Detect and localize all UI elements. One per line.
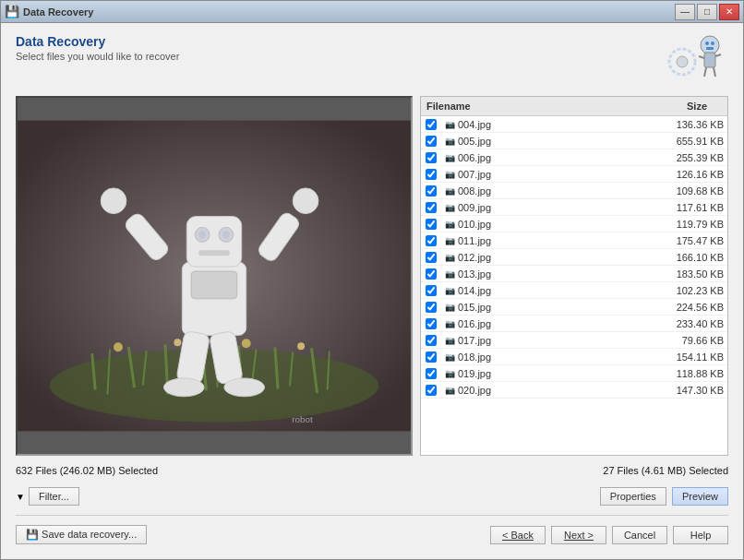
filter-button[interactable]: Filter...: [29, 487, 79, 506]
file-row: 📷012.jpg166.10 KB: [421, 249, 727, 266]
file-type-icon: 📷: [441, 268, 458, 280]
close-button[interactable]: ✕: [719, 4, 739, 20]
file-row: 📷006.jpg255.39 KB: [421, 149, 727, 166]
header-logo: [664, 34, 728, 85]
file-row: 📷008.jpg109.68 KB: [421, 183, 727, 199]
file-row: 📷019.jpg118.88 KB: [421, 365, 727, 382]
file-checkbox-cell: [421, 302, 441, 313]
file-checkbox[interactable]: [426, 169, 437, 180]
svg-rect-1: [704, 53, 715, 67]
svg-rect-33: [191, 271, 237, 299]
file-name: 014.jpg: [458, 285, 655, 296]
preview-button[interactable]: Preview: [672, 487, 728, 506]
preview-image: robot: [18, 98, 411, 454]
file-name: 020.jpg: [458, 385, 655, 396]
file-checkbox[interactable]: [426, 351, 437, 363]
file-row: 📷011.jpg175.47 KB: [421, 232, 727, 249]
file-row: 📷007.jpg126.16 KB: [421, 166, 727, 183]
file-size: 118.88 KB: [655, 368, 727, 379]
file-size: 233.40 KB: [655, 318, 727, 329]
file-type-icon: 📷: [441, 334, 458, 347]
file-name: 016.jpg: [458, 318, 655, 329]
file-type-icon: 📷: [441, 151, 458, 164]
svg-point-41: [101, 188, 126, 214]
save-recovery-button[interactable]: 💾 Save data recovery...: [16, 525, 147, 544]
file-checkbox[interactable]: [426, 119, 437, 130]
file-size: 175.47 KB: [655, 235, 727, 246]
col-filename-header: Filename: [421, 99, 639, 113]
file-checkbox-cell: [421, 219, 441, 230]
file-size: 154.11 KB: [655, 351, 727, 363]
file-checkbox-cell: [421, 235, 441, 246]
svg-line-3: [715, 54, 721, 56]
file-checkbox[interactable]: [426, 235, 437, 246]
file-checkbox-cell: [421, 285, 441, 296]
svg-point-30: [242, 339, 251, 348]
svg-point-31: [297, 342, 305, 350]
file-checkbox-cell: [421, 252, 441, 263]
page-subtitle: Select files you would like to recover: [16, 51, 179, 62]
properties-button[interactable]: Properties: [600, 487, 666, 506]
bottom-left: 💾 Save data recovery...: [16, 525, 147, 544]
file-checkbox-cell: [421, 351, 441, 363]
file-type-icon: 📷: [441, 251, 458, 264]
file-checkbox-cell: [421, 318, 441, 329]
cancel-button[interactable]: Cancel: [612, 526, 667, 544]
next-label: Next >: [564, 530, 594, 541]
file-checkbox[interactable]: [426, 385, 437, 396]
save-icon: 💾: [26, 529, 42, 540]
file-type-icon: 📷: [441, 118, 458, 131]
file-checkbox[interactable]: [426, 219, 437, 230]
file-type-icon: 📷: [441, 201, 458, 214]
file-checkbox[interactable]: [426, 185, 437, 197]
file-name: 019.jpg: [458, 368, 655, 379]
file-name: 006.jpg: [458, 152, 655, 163]
col-size-header: Size: [639, 99, 713, 113]
file-checkbox-cell: [421, 169, 441, 180]
title-bar: 💾 Data Recovery — □ ✕: [1, 1, 743, 23]
page-title: Data Recovery: [16, 34, 179, 49]
file-list-body[interactable]: 📷004.jpg136.36 KB📷005.jpg655.91 KB📷006.j…: [421, 116, 727, 455]
file-checkbox[interactable]: [426, 136, 437, 147]
minimize-button[interactable]: —: [675, 4, 695, 20]
file-row: 📷014.jpg102.23 KB: [421, 282, 727, 299]
file-type-icon: 📷: [441, 351, 458, 363]
file-checkbox[interactable]: [426, 202, 437, 213]
file-checkbox[interactable]: [426, 318, 437, 329]
divider: [16, 515, 728, 516]
header-row: Data Recovery Select files you would lik…: [16, 34, 728, 85]
toolbar-left: ▼ Filter...: [16, 487, 79, 506]
toolbar-row: ▼ Filter... Properties Preview: [16, 483, 728, 509]
file-checkbox[interactable]: [426, 285, 437, 296]
main-panel: robot Filename Size 📷004.jpg136.36 KB📷00…: [16, 96, 728, 456]
file-size: 102.23 KB: [655, 285, 727, 296]
back-button[interactable]: < Back: [490, 526, 546, 544]
title-bar-left: 💾 Data Recovery: [5, 5, 93, 18]
file-row: 📷004.jpg136.36 KB: [421, 116, 727, 133]
file-size: 224.56 KB: [655, 302, 727, 313]
file-checkbox-cell: [421, 185, 441, 197]
app-icon: 💾: [5, 5, 19, 18]
svg-point-10: [677, 56, 688, 67]
file-list-header: Filename Size: [421, 97, 727, 116]
file-size: 255.39 KB: [655, 152, 727, 163]
filter-label: Filter...: [39, 491, 69, 502]
help-button[interactable]: Help: [673, 526, 728, 544]
svg-point-7: [711, 42, 714, 45]
svg-point-47: [224, 378, 265, 397]
file-checkbox[interactable]: [426, 368, 437, 379]
file-size: 117.61 KB: [655, 202, 727, 213]
file-name: 012.jpg: [458, 252, 655, 263]
file-checkbox[interactable]: [426, 252, 437, 263]
file-checkbox[interactable]: [426, 152, 437, 163]
file-checkbox[interactable]: [426, 335, 437, 346]
next-button[interactable]: Next >: [551, 526, 606, 544]
maximize-button[interactable]: □: [697, 4, 717, 20]
file-size: 79.66 KB: [655, 335, 727, 346]
file-name: 008.jpg: [458, 185, 655, 197]
title-bar-controls: — □ ✕: [675, 4, 739, 20]
file-checkbox[interactable]: [426, 302, 437, 313]
file-checkbox[interactable]: [426, 268, 437, 280]
file-type-icon: 📷: [441, 284, 458, 297]
file-type-icon: 📷: [441, 317, 458, 330]
